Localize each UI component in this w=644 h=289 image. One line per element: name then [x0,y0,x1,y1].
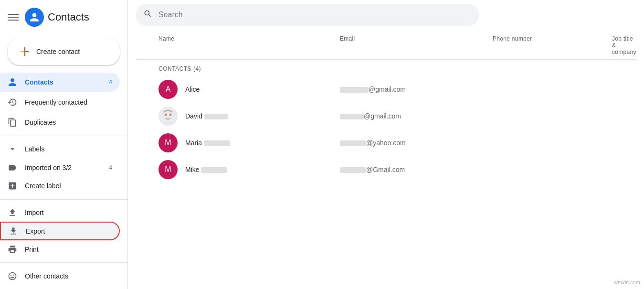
sidebar-item-create-label[interactable]: Create label [0,177,120,195]
frequently-contacted-label: Frequently contacted [25,98,112,106]
hamburger-menu-icon[interactable] [8,11,19,23]
sidebar-nav: Contacts 4 Frequently contacted [0,73,127,132]
contact-name-cell: M Maria [158,133,340,152]
svg-point-3 [158,107,178,126]
import-icon [8,208,17,217]
sidebar-item-frequently-contacted[interactable]: Frequently contacted [0,93,120,112]
contacts-nav-badge: 4 [109,79,112,86]
contact-email: @yahoo.com [340,139,493,147]
app-title: Contacts [48,11,89,23]
watermark: wsxdn.com [614,279,640,285]
svg-rect-1 [21,51,24,52]
section-label: CONTACTS (4) [136,60,636,76]
avatar: A [158,80,178,99]
contact-row[interactable]: A Alice @gmail.com [136,76,636,103]
divider-1 [0,136,127,136]
contact-name: David [185,112,228,120]
create-label-label: Create label [25,182,112,190]
header-job: Job title & company [612,35,636,55]
imported-badge: 4 [109,164,112,171]
divider-2 [0,199,127,200]
avatar: M [158,160,178,179]
main-content: Name Email Phone number Job title & comp… [128,0,644,289]
sidebar-item-export[interactable]: Export [0,222,120,240]
divider-3 [0,262,127,263]
avatar: M [158,133,178,152]
sidebar-item-contacts[interactable]: Contacts 4 [0,73,120,92]
contact-name: Alice [185,86,200,93]
app-container: Contacts Create contact C [0,0,644,289]
contact-name-cell: A Alice [158,80,340,99]
contact-email: @gmail.com [340,112,493,120]
contact-name-cell: M Mike [158,160,340,179]
label-icon [8,163,17,172]
contact-row[interactable]: M Maria @yahoo.com [136,129,636,156]
sidebar-item-duplicates[interactable]: Duplicates [0,113,120,132]
sidebar-item-labels-header[interactable]: Labels [0,140,120,159]
contact-email: @gmail.com [340,86,493,93]
create-contact-button[interactable]: Create contact [8,38,120,65]
export-label: Export [26,227,111,235]
export-icon [9,226,18,236]
svg-point-5 [169,114,172,116]
avatar [158,107,178,126]
sidebar-item-import[interactable]: Import [0,203,120,222]
labels-header-label: Labels [25,145,112,153]
sidebar-item-print[interactable]: Print [0,240,120,259]
app-logo: Contacts [25,8,89,27]
header-phone: Phone number [493,35,612,55]
import-label: Import [25,209,112,216]
header-email: Email [340,35,493,55]
other-contacts-label: Other contacts [25,272,112,280]
other-contacts-icon [8,271,17,281]
create-contact-label: Create contact [36,48,80,55]
sidebar-item-other-contacts[interactable]: Other contacts [0,267,120,285]
sidebar-header: Contacts [0,4,127,34]
svg-rect-0 [24,47,25,56]
sidebar-item-imported[interactable]: Imported on 3/2 4 [0,159,120,177]
contact-row[interactable]: M Mike @Gmail.com [136,156,636,183]
plus-icon [19,46,31,57]
add-label-icon [8,181,17,191]
print-label: Print [25,246,112,253]
search-bar [136,4,479,26]
duplicates-label: Duplicates [25,118,112,126]
contact-email: @Gmail.com [340,166,493,173]
contact-name: Mike [185,166,227,173]
contacts-nav-label: Contacts [25,78,101,86]
copy-icon [8,118,17,127]
table-header: Name Email Phone number Job title & comp… [136,30,636,60]
app-avatar [25,8,44,27]
history-icon [8,97,17,107]
contact-name-cell: David [158,107,340,126]
contact-row[interactable]: David @gmail.com [136,103,636,129]
search-input[interactable] [158,11,472,19]
expand-icon [8,144,17,154]
print-icon [8,245,17,254]
sidebar: Contacts Create contact C [0,0,128,289]
contact-name: Maria [185,139,230,147]
svg-rect-2 [25,51,29,52]
search-bar-container [128,0,644,30]
imported-label: Imported on 3/2 [25,164,101,171]
header-name: Name [158,35,340,55]
svg-point-4 [165,114,167,116]
search-icon [143,9,153,21]
person-icon [8,77,17,87]
contacts-table: Name Email Phone number Job title & comp… [128,30,644,289]
